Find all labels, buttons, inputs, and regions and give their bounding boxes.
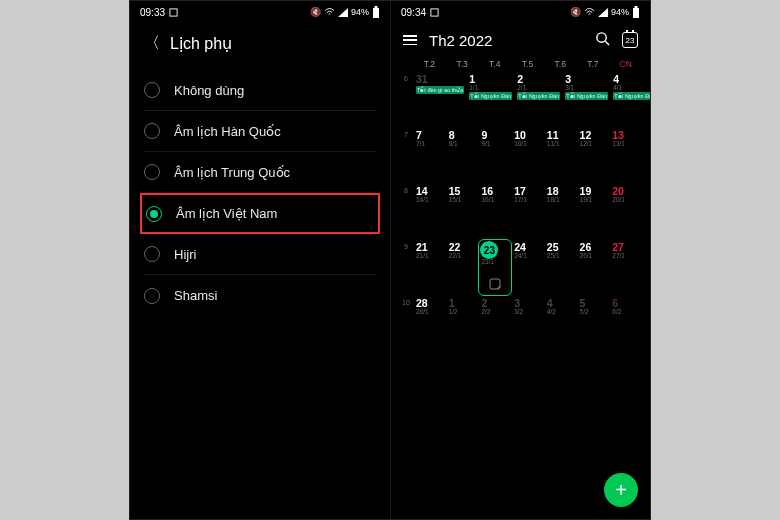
radio-icon — [144, 123, 160, 139]
day-cell[interactable]: 2121/1 — [414, 240, 446, 295]
calendar-type-option[interactable]: Âm lịch Hàn Quốc — [144, 111, 376, 152]
add-event-fab[interactable]: + — [604, 473, 638, 507]
day-number: 1 — [449, 298, 477, 309]
day-cell[interactable]: 22/2 — [479, 296, 511, 351]
day-cell[interactable]: 1818/1 — [545, 184, 577, 239]
day-cell[interactable]: 99/1 — [479, 128, 511, 183]
lunar-date: 16/1 — [481, 197, 509, 204]
day-cell[interactable]: 1616/1 — [479, 184, 511, 239]
screenshot-icon — [169, 8, 178, 17]
day-cell[interactable]: 33/2 — [512, 296, 544, 351]
calendar-type-option[interactable]: Âm lịch Trung Quốc — [144, 152, 376, 193]
day-cell[interactable]: 1111/1 — [545, 128, 577, 183]
today-icon[interactable]: 23 — [622, 32, 638, 48]
search-icon[interactable] — [595, 31, 610, 49]
day-cell[interactable]: 44/2 — [545, 296, 577, 351]
calendar-header: Th2 2022 23 — [391, 23, 650, 59]
week-row: 102828/111/222/233/244/255/266/2 — [399, 296, 642, 351]
day-cell[interactable]: 22/1Tết Nguyên Đán — [515, 72, 562, 127]
week-number: 6 — [399, 72, 413, 127]
header-title: Lịch phụ — [170, 34, 232, 53]
calendar-type-option[interactable]: Âm lịch Việt Nam — [140, 193, 380, 234]
svg-rect-4 — [633, 8, 639, 18]
menu-icon[interactable] — [403, 35, 417, 45]
calendar-type-option[interactable]: Shamsi — [144, 275, 376, 316]
lunar-date: 5/2 — [580, 309, 608, 316]
dow-label: T.4 — [478, 59, 511, 69]
day-cell[interactable]: 2727/1 — [610, 240, 642, 295]
day-number: 5 — [580, 298, 608, 309]
day-cell[interactable]: 88/1 — [447, 128, 479, 183]
calendar-type-option[interactable]: Không dùng — [144, 70, 376, 111]
day-cell[interactable]: 1313/1 — [610, 128, 642, 183]
radio-icon — [146, 206, 162, 222]
day-number: 21 — [416, 242, 444, 253]
month-grid: 631Tất đèn gi ao thừa11/1Tết Nguyên Đán2… — [391, 72, 650, 351]
week-number: 8 — [399, 184, 413, 239]
svg-rect-1 — [373, 8, 379, 18]
screenshot-pair: 09:33 🔇 94% 〈 Lịch phụ — [129, 0, 651, 520]
mute-icon: 🔇 — [570, 7, 581, 17]
dow-label: T.3 — [446, 59, 479, 69]
month-label[interactable]: Th2 2022 — [429, 32, 492, 49]
radio-icon — [144, 288, 160, 304]
day-number: 24 — [514, 242, 542, 253]
back-icon[interactable]: 〈 — [144, 33, 160, 54]
day-cell[interactable]: 1515/1 — [447, 184, 479, 239]
day-cell[interactable]: 44/1Tết Nguyên Đán — [611, 72, 650, 127]
option-label: Không dùng — [174, 83, 244, 98]
lunar-date: 7/1 — [416, 141, 444, 148]
day-cell[interactable]: 1212/1 — [578, 128, 610, 183]
day-cell[interactable]: 31Tất đèn gi ao thừa — [414, 72, 466, 127]
screenshot-icon — [430, 8, 439, 17]
day-cell[interactable]: 2323/1 — [479, 240, 511, 295]
day-cell[interactable]: 1414/1 — [414, 184, 446, 239]
lunar-date: 12/1 — [580, 141, 608, 148]
day-cell[interactable]: 33/1Tết Nguyên Đán — [563, 72, 610, 127]
day-number: 31 — [416, 74, 464, 85]
day-cell[interactable]: 2828/1 — [414, 296, 446, 351]
lunar-date: 2/1 — [517, 85, 560, 92]
radio-icon — [144, 82, 160, 98]
day-cell[interactable]: 77/1 — [414, 128, 446, 183]
lunar-date: 24/1 — [514, 253, 542, 260]
day-cell[interactable]: 2020/1 — [610, 184, 642, 239]
status-time: 09:34 — [401, 7, 426, 18]
lunar-date: 20/1 — [612, 197, 640, 204]
lunar-date: 18/1 — [547, 197, 575, 204]
calendar-type-list: Không dùngÂm lịch Hàn QuốcÂm lịch Trung … — [130, 70, 390, 316]
day-number: 27 — [612, 242, 640, 253]
event-chip: Tết Nguyên Đán — [565, 92, 608, 100]
day-cell[interactable]: 11/1Tết Nguyên Đán — [467, 72, 514, 127]
status-time: 09:33 — [140, 7, 165, 18]
phone-left-settings: 09:33 🔇 94% 〈 Lịch phụ — [130, 1, 390, 519]
day-cell[interactable]: 2222/1 — [447, 240, 479, 295]
day-number: 22 — [449, 242, 477, 253]
day-number: 9 — [481, 130, 509, 141]
day-cell[interactable]: 2424/1 — [512, 240, 544, 295]
day-number: 2 — [517, 74, 560, 85]
day-cell[interactable]: 1919/1 — [578, 184, 610, 239]
lunar-date: 1/2 — [449, 309, 477, 316]
calendar-type-option[interactable]: Hijri — [144, 234, 376, 275]
lunar-date: 17/1 — [514, 197, 542, 204]
battery-icon — [372, 6, 380, 18]
radio-icon — [144, 164, 160, 180]
week-number: 9 — [399, 240, 413, 295]
radio-icon — [144, 246, 160, 262]
lunar-date: 13/1 — [612, 141, 640, 148]
day-cell[interactable]: 66/2 — [610, 296, 642, 351]
day-cell[interactable]: 11/2 — [447, 296, 479, 351]
day-cell[interactable]: 55/2 — [578, 296, 610, 351]
week-row: 631Tất đèn gi ao thừa11/1Tết Nguyên Đán2… — [399, 72, 642, 127]
day-of-week-row: T.2T.3T.4T.5T.6T.7CN — [391, 59, 650, 72]
week-row: 81414/11515/11616/11717/11818/11919/1202… — [399, 184, 642, 239]
day-cell[interactable]: 2525/1 — [545, 240, 577, 295]
day-number: 10 — [514, 130, 542, 141]
day-cell[interactable]: 1717/1 — [512, 184, 544, 239]
day-cell[interactable]: 2626/1 — [578, 240, 610, 295]
lunar-date: 28/1 — [416, 309, 444, 316]
svg-point-6 — [597, 33, 606, 42]
day-cell[interactable]: 1010/1 — [512, 128, 544, 183]
battery-pct: 94% — [351, 7, 369, 17]
